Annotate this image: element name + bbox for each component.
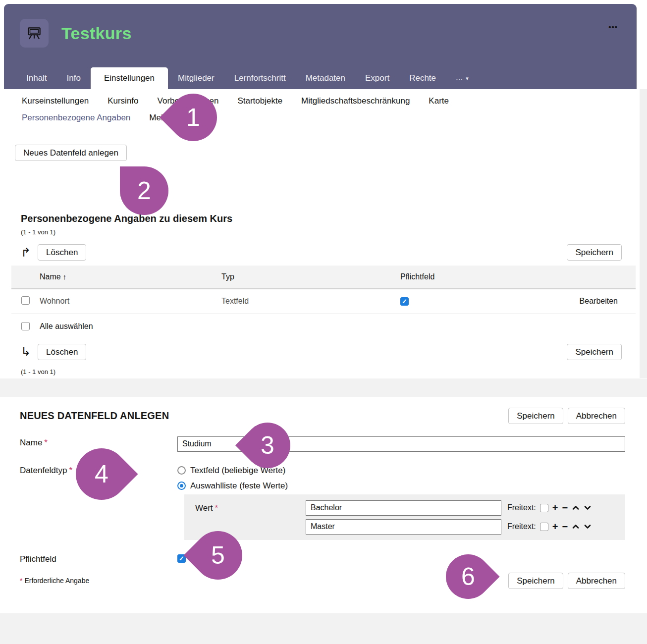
freitext-checkbox-2[interactable] — [540, 523, 548, 531]
freitext-label: Freitext: — [507, 522, 536, 531]
remove-value-icon[interactable]: − — [562, 522, 568, 532]
table-command-row-bottom: ↳ Löschen Speichern — [21, 344, 622, 360]
move-down-icon[interactable] — [584, 523, 592, 531]
form-save-button-bottom[interactable]: Speichern — [508, 573, 563, 589]
tab-inhalt[interactable]: Inhalt — [16, 67, 57, 89]
column-header-name[interactable]: Name↑ — [40, 266, 221, 289]
subtab-kursinfo[interactable]: Kursinfo — [108, 93, 138, 109]
page: Testkurs ••• Inhalt Info Einstellungen M… — [0, 0, 647, 644]
sort-ascending-icon: ↑ — [63, 272, 67, 281]
move-down-icon[interactable] — [584, 504, 592, 512]
check-icon: ✓ — [402, 298, 407, 305]
table-command-row-top: ↱ Löschen Speichern — [21, 244, 622, 261]
course-title: Testkurs — [61, 24, 132, 43]
remove-value-icon[interactable]: − — [562, 503, 568, 513]
select-all-checkbox[interactable] — [21, 322, 30, 330]
table-section-title: Personenbezogene Angaben zu diesem Kurs — [21, 212, 636, 225]
edit-row-link[interactable]: Bearbeiten — [580, 297, 618, 305]
row-required-checkbox[interactable]: ✓ — [400, 297, 409, 306]
page-edge-strip — [640, 89, 647, 378]
check-icon: ✓ — [179, 555, 184, 562]
save-button-table-bottom[interactable]: Speichern — [567, 344, 622, 360]
tab-export[interactable]: Export — [355, 67, 399, 89]
select-all-label: Alle auswählen — [40, 321, 93, 332]
subtab-karte[interactable]: Karte — [429, 93, 449, 109]
required-star: * — [20, 577, 22, 585]
required-star: * — [215, 503, 218, 513]
subtab-startobjekte[interactable]: Startobjekte — [237, 93, 282, 109]
tab-rechte[interactable]: Rechte — [399, 67, 446, 89]
datafields-table: Name↑ Typ Pflichtfeld Wohnort Textfeld ✓… — [11, 266, 636, 314]
move-up-icon[interactable] — [572, 523, 580, 531]
radio-auswahlliste-label: Auswahlliste (feste Werte) — [190, 480, 288, 492]
tab-mitglieder[interactable]: Mitglieder — [168, 67, 224, 89]
kebab-menu-icon[interactable]: ••• — [608, 23, 618, 31]
subtab-mitgliedschaftsbeschraenkung[interactable]: Mitgliedschaftsbeschränkung — [301, 93, 410, 109]
pflichtfeld-label: Pflichtfeld — [20, 553, 177, 566]
annotation-marker-2: 2 — [120, 166, 168, 215]
personal-data-table-section: Personenbezogene Angaben zu diesem Kurs … — [11, 212, 636, 376]
apply-to-selection-bottom-icon: ↳ — [21, 346, 31, 358]
required-star: * — [69, 466, 72, 475]
tab-more-label: ... — [456, 73, 463, 82]
footer-band — [0, 613, 647, 644]
radio-textfeld[interactable] — [177, 466, 186, 475]
tab-info[interactable]: Info — [57, 67, 91, 89]
form-cancel-button-bottom[interactable]: Abbrechen — [568, 573, 625, 589]
section-separator — [0, 378, 647, 397]
add-value-icon[interactable]: + — [552, 522, 558, 532]
row-checkbox[interactable] — [21, 296, 30, 305]
column-header-typ: Typ — [221, 266, 400, 289]
freitext-checkbox-1[interactable] — [540, 504, 548, 512]
value-input-1[interactable] — [306, 500, 501, 516]
required-footnote: *Erforderliche Angabe — [20, 577, 89, 585]
row-name: Wohnort — [40, 289, 221, 314]
value-row: Freitext: + − — [306, 500, 592, 516]
course-blackboard-icon — [20, 19, 49, 48]
select-all-row: Alle auswählen — [21, 321, 636, 332]
result-range-top: (1 - 1 von 1) — [21, 228, 636, 236]
subtab-personenbezogene-angaben[interactable]: Personenbezogene Angaben — [22, 109, 130, 126]
wert-options-box: Wert* Freitext: + − — [184, 494, 625, 540]
delete-button-bottom[interactable]: Löschen — [38, 344, 86, 360]
tab-lernfortschritt[interactable]: Lernfortschritt — [224, 67, 296, 89]
column-header-pflichtfeld: Pflichtfeld — [400, 266, 577, 289]
tab-more[interactable]: ...▾ — [446, 67, 479, 89]
value-row: Freitext: + − — [306, 519, 592, 535]
freitext-label: Freitext: — [507, 503, 536, 512]
form-cancel-button-top[interactable]: Abbrechen — [568, 408, 625, 424]
form-title: NEUES DATENFELD ANLEGEN — [20, 410, 169, 422]
form-save-button-top[interactable]: Speichern — [508, 408, 563, 424]
subtab-kurseinstellungen[interactable]: Kurseinstellungen — [22, 93, 89, 109]
required-star: * — [44, 438, 48, 447]
row-type: Textfeld — [221, 289, 400, 314]
add-value-icon[interactable]: + — [552, 503, 558, 513]
new-datafield-button[interactable]: Neues Datenfeld anlegen — [15, 145, 127, 161]
type-radio-group: Textfeld (beliebige Werte) Auswahlliste … — [177, 464, 288, 492]
main-tab-bar: Inhalt Info Einstellungen Mitglieder Ler… — [16, 67, 479, 89]
value-input-2[interactable] — [306, 519, 501, 535]
move-up-icon[interactable] — [572, 504, 580, 512]
caret-down-icon: ▾ — [466, 75, 469, 81]
tab-einstellungen[interactable]: Einstellungen — [91, 67, 168, 89]
save-button-table-top[interactable]: Speichern — [567, 244, 622, 261]
wert-label: Wert* — [195, 500, 306, 535]
table-header-row: Name↑ Typ Pflichtfeld — [11, 266, 636, 289]
radio-auswahlliste[interactable] — [177, 482, 186, 490]
delete-button-top[interactable]: Löschen — [38, 244, 86, 261]
toolbar: Neues Datenfeld anlegen — [15, 145, 647, 161]
table-row: Wohnort Textfeld ✓ Bearbeiten — [11, 289, 636, 314]
sub-tab-bar: Kurseinstellungen Kursinfo Vorbedingunge… — [0, 89, 647, 126]
course-header: Testkurs ••• Inhalt Info Einstellungen M… — [4, 4, 637, 89]
result-range-bottom: (1 - 1 von 1) — [21, 368, 636, 376]
tab-metadaten[interactable]: Metadaten — [296, 67, 355, 89]
apply-to-selection-top-icon: ↱ — [21, 247, 31, 259]
